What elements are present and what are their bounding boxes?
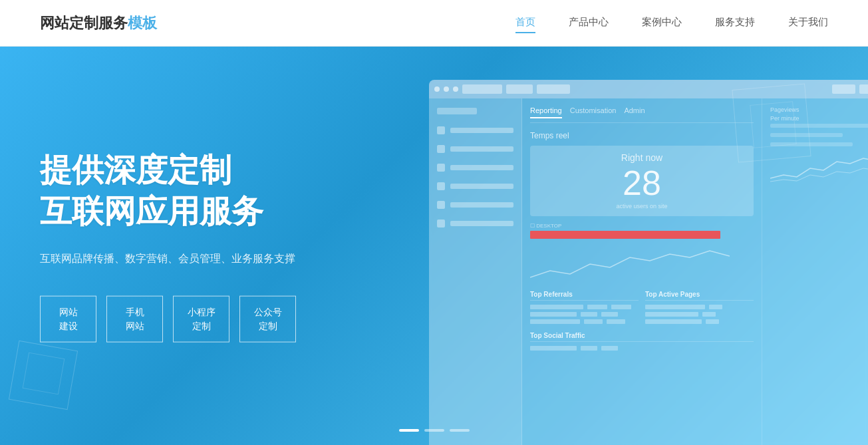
nav-item-cases[interactable]: 案例中心 xyxy=(642,13,682,33)
top-active-section: Top Active Pages xyxy=(645,291,754,327)
sidebar-item-audience xyxy=(429,158,521,177)
sidebar-text-4 xyxy=(450,184,513,189)
pagination-dots xyxy=(399,429,470,432)
section-title: Temps reel xyxy=(530,131,754,140)
tab-customisation[interactable]: Customisation xyxy=(570,106,617,118)
top-referrals-section: Top Referrals xyxy=(530,291,639,327)
sidebar-icon-1 xyxy=(437,126,445,134)
taskbar-bar-2 xyxy=(506,84,533,94)
right-now-section: Right now 28 active users on site xyxy=(530,146,754,216)
chart-area xyxy=(530,244,754,284)
sidebar-icon-4 xyxy=(437,182,445,190)
active-cell-4 xyxy=(702,312,716,317)
taskbar-bar-1 xyxy=(462,84,502,94)
btn-website[interactable]: 网站建设 xyxy=(40,296,96,343)
nav-item-about[interactable]: 关于我们 xyxy=(788,13,828,33)
btn-mobile[interactable]: 手机网站 xyxy=(106,296,163,343)
social-section: Top Social Traffic xyxy=(530,332,754,351)
top-active-title: Top Active Pages xyxy=(645,291,754,301)
nav-item-products[interactable]: 产品中心 xyxy=(569,13,609,33)
right-now-number: 28 xyxy=(541,166,743,200)
wireframe-decoration-bl2 xyxy=(23,353,65,395)
active-cell-3 xyxy=(645,312,698,317)
table-row-1 xyxy=(530,305,639,309)
logo: 网站定制服务模板 xyxy=(40,13,157,33)
btn-miniapp[interactable]: 小程序定制 xyxy=(173,296,229,343)
sidebar-text-5 xyxy=(450,202,513,208)
device-bar xyxy=(530,231,720,239)
btn-wechat[interactable]: 公众号定制 xyxy=(239,296,296,343)
taskbar-dot-2 xyxy=(444,86,449,92)
active-row-1 xyxy=(645,305,754,309)
taskbar-bar-4 xyxy=(832,84,855,94)
taskbar-dot-3 xyxy=(453,86,458,92)
hero-title-line2: 互联网应用服务 xyxy=(40,191,296,232)
cell-2-2 xyxy=(581,312,597,317)
right-now-sub: active users on site xyxy=(541,203,743,210)
hero-buttons: 网站建设 手机网站 小程序定制 公众号定制 xyxy=(40,296,296,343)
device-section: ☐ DESKTOP xyxy=(530,223,754,239)
tab-reporting[interactable]: Reporting xyxy=(530,106,562,118)
table-row-3 xyxy=(530,319,639,324)
taskbar-bar-5 xyxy=(859,84,868,94)
hero-title-line1: 提供深度定制 xyxy=(40,149,296,190)
nav-item-support[interactable]: 服务支持 xyxy=(715,13,755,33)
nav-item-home[interactable]: 首页 xyxy=(515,13,535,33)
cell-2-3 xyxy=(601,312,618,317)
cell-3-1 xyxy=(530,319,580,324)
device-label: ☐ DESKTOP xyxy=(530,223,754,229)
taskbar-dot-1 xyxy=(434,86,440,92)
sidebar-text-6 xyxy=(450,221,513,226)
analytics-tabs: Reporting Customisation Admin xyxy=(530,106,754,123)
active-cell-2 xyxy=(709,305,722,309)
chart-svg xyxy=(530,244,730,284)
active-cell-6 xyxy=(706,319,719,324)
sidebar-icon-3 xyxy=(437,164,445,172)
analytics-sidebar xyxy=(429,98,522,445)
analytics-main: Reporting Customisation Admin Temps reel… xyxy=(522,98,762,445)
hero-section: 提供深度定制 互联网应用服务 互联网品牌传播、数字营销、会员管理、业务服务支撑 … xyxy=(0,47,868,445)
cell-1-3 xyxy=(611,305,631,309)
hero-content: 提供深度定制 互联网应用服务 互联网品牌传播、数字营销、会员管理、业务服务支撑 … xyxy=(40,149,296,343)
bottom-sections: Top Referrals xyxy=(530,291,754,327)
sidebar-logo-bar xyxy=(437,108,477,114)
wireframe-decoration-tr2 xyxy=(750,101,796,148)
sidebar-item-conversions xyxy=(429,214,521,233)
sidebar-text-3 xyxy=(450,165,513,170)
hero-title: 提供深度定制 互联网应用服务 xyxy=(40,149,296,232)
right-now-label: Right now xyxy=(541,152,743,163)
active-cell-5 xyxy=(645,319,702,324)
top-social-title: Top Social Traffic xyxy=(530,332,754,342)
logo-sub: 模板 xyxy=(128,15,157,31)
social-cell-2 xyxy=(581,346,597,351)
cell-3-2 xyxy=(584,319,603,324)
sidebar-item-realtime xyxy=(429,140,521,158)
sidebar-icon-2 xyxy=(437,145,445,153)
sidebar-item-behavior xyxy=(429,196,521,214)
cell-1-1 xyxy=(530,305,583,309)
social-row-1 xyxy=(530,346,754,351)
sidebar-icon-5 xyxy=(437,201,445,209)
pagination-dot-2[interactable] xyxy=(424,429,444,432)
pagination-dot-1[interactable] xyxy=(399,429,419,432)
main-nav: 首页 产品中心 案例中心 服务支持 关于我们 xyxy=(515,13,828,33)
table-row-2 xyxy=(530,312,639,317)
tab-admin[interactable]: Admin xyxy=(624,106,645,118)
active-row-3 xyxy=(645,319,754,324)
active-cell-1 xyxy=(645,305,705,309)
hero-subtitle: 互联网品牌传播、数字营销、会员管理、业务服务支撑 xyxy=(40,252,296,266)
cell-3-3 xyxy=(607,319,625,324)
social-cell-3 xyxy=(601,346,618,351)
logo-main: 网站定制服务 xyxy=(40,15,128,31)
sidebar-item-overview xyxy=(429,121,521,140)
taskbar-bar-3 xyxy=(537,84,570,94)
sidebar-text-2 xyxy=(450,146,513,152)
pagination-dot-3[interactable] xyxy=(450,429,470,432)
sidebar-item-acquisition xyxy=(429,177,521,196)
sidebar-icon-6 xyxy=(437,220,445,227)
cell-2-1 xyxy=(530,312,577,317)
active-row-2 xyxy=(645,312,754,317)
header: 网站定制服务模板 首页 产品中心 案例中心 服务支持 关于我们 xyxy=(0,0,868,47)
top-referrals-title: Top Referrals xyxy=(530,291,639,301)
cell-1-2 xyxy=(587,305,607,309)
